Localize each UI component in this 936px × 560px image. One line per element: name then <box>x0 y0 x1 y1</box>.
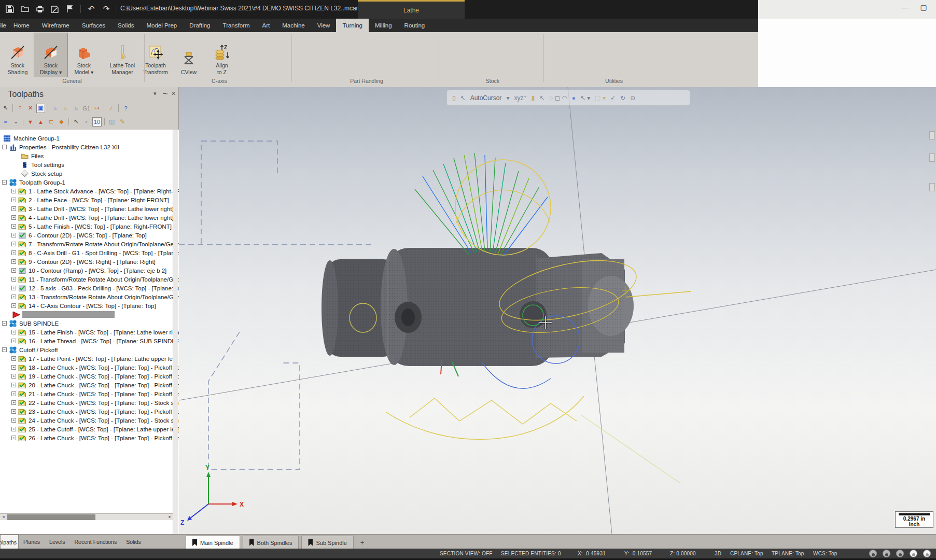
tree-row[interactable]: −Cutoff / Pickoff <box>2 345 58 354</box>
tab-transform[interactable]: Transform <box>217 19 256 32</box>
expand-icon[interactable]: + <box>11 409 16 414</box>
tree-row[interactable]: +7 - Transform/Rotate Rotate About Origi… <box>11 240 179 248</box>
panel-tab-solids[interactable]: Solids <box>121 535 146 549</box>
tree-row[interactable]: +13 - Transform/Rotate Rotate About Orig… <box>11 292 179 301</box>
expand-icon[interactable]: + <box>11 198 16 202</box>
tree-row[interactable]: +18 - Lathe Chuck - [WCS: Top] - [Tplane… <box>11 363 179 372</box>
expand-icon[interactable]: + <box>11 242 16 246</box>
tab-art[interactable]: Art <box>256 19 276 32</box>
expand-icon[interactable]: + <box>11 259 16 264</box>
scroll-left-icon[interactable]: ◂ <box>0 514 7 520</box>
autocursor-label[interactable]: AutoCursor <box>470 94 502 102</box>
expand-icon[interactable]: + <box>11 365 16 370</box>
expand-icon[interactable]: + <box>11 250 16 255</box>
tree-row[interactable]: +10 - Contour (Ramp) - [WCS: Top] - [Tpl… <box>11 266 166 275</box>
viewport-tab-main-spindle[interactable]: Main Spindle <box>186 536 240 549</box>
lock-icon[interactable]: ▯ <box>452 94 456 102</box>
cursor-icon[interactable]: ↖ <box>460 94 466 102</box>
tree-row[interactable]: Machine Group-1 <box>3 134 60 143</box>
expand-icon[interactable]: + <box>11 374 16 379</box>
collapse-all-icon[interactable]: ⌄ <box>11 117 20 127</box>
expand-icon[interactable]: + <box>11 339 16 343</box>
expand-icon[interactable]: + <box>11 295 16 299</box>
save-as-icon[interactable] <box>49 3 61 15</box>
expand-icon[interactable]: + <box>11 330 16 334</box>
toolpath-delete-icon[interactable]: ✕ <box>26 104 35 113</box>
regen-all-icon[interactable]: ≈ <box>51 104 60 113</box>
panel-tab-planes[interactable]: Planes <box>19 535 45 549</box>
open-icon[interactable] <box>19 3 31 15</box>
tree-row[interactable]: +9 - Contour (2D) - [WCS: Right] - [Tpla… <box>11 257 156 266</box>
single-display-icon[interactable]: ▫ <box>82 117 91 127</box>
scroll-insert-icon[interactable]: ◆ <box>57 117 66 127</box>
display-count[interactable]: 10 <box>92 117 102 127</box>
expand-icon[interactable]: + <box>11 427 16 431</box>
maximize-button[interactable]: ▢ <box>917 3 930 11</box>
cview-button[interactable]: CView <box>172 33 205 77</box>
toolpath-up-icon[interactable]: ⇡ <box>16 104 24 113</box>
tree-row[interactable]: Stock setup <box>21 169 62 178</box>
tab-view[interactable]: View <box>311 19 337 32</box>
tab-machine[interactable]: Machine <box>276 19 311 32</box>
panel-close-icon[interactable]: ✕ <box>171 90 176 97</box>
search-icon[interactable]: ⊙ <box>630 94 635 102</box>
dropdown-icon[interactable]: ▾ <box>506 94 509 102</box>
tree-row[interactable]: +21 - Lathe Chuck - [WCS: Top] - [Tplane… <box>11 389 179 398</box>
regen-selected-icon[interactable]: ≈ <box>72 104 80 113</box>
expand-icon[interactable]: + <box>11 400 16 405</box>
regen-dirty-icon[interactable]: ≈ <box>61 104 70 113</box>
tree-row[interactable]: Files <box>21 151 44 160</box>
tree-vertical-scrollbar[interactable] <box>173 130 178 558</box>
tab-milling[interactable]: Milling <box>369 19 398 32</box>
status-toggle-icon[interactable] <box>869 550 877 557</box>
status-field[interactable]: 3D <box>715 551 730 556</box>
expand-icon[interactable]: + <box>11 303 16 308</box>
expand-icon[interactable]: + <box>11 206 16 211</box>
select-ops-icon[interactable]: ▣ <box>36 104 45 113</box>
help-icon[interactable]: ? <box>121 104 130 113</box>
tree-row[interactable]: +5 - Lathe Finish - [WCS: Top] - [Tplane… <box>11 222 172 231</box>
edge-panel-button[interactable] <box>929 131 935 139</box>
filter-icon[interactable]: ≈ <box>1 117 10 127</box>
tree-row[interactable]: +16 - Lathe Thread - [WCS: Top] - [Tplan… <box>11 337 179 345</box>
status-field[interactable]: X: -0.45931 <box>578 551 624 556</box>
sphere-icon[interactable]: ● <box>572 94 576 102</box>
select-arrow-icon[interactable]: ↖ <box>1 104 10 113</box>
collapse-icon[interactable]: − <box>2 321 7 326</box>
tree-row[interactable]: +11 - Transform/Rotate Rotate About Orig… <box>11 275 179 284</box>
xyz-entry-icon[interactable]: xyz⁺ <box>514 94 526 102</box>
tab-solids[interactable]: Solids <box>111 19 140 32</box>
status-toggle-icon[interactable] <box>923 550 931 557</box>
move-up-icon[interactable]: ▲ <box>36 117 45 127</box>
tree-row[interactable]: +22 - Lathe Chuck - [WCS: Top] - [Tplane… <box>11 398 179 407</box>
expand-icon[interactable]: + <box>11 383 16 387</box>
print-icon[interactable] <box>34 3 46 15</box>
panel-tab-recent-functions[interactable]: Recent Functions <box>69 535 121 549</box>
tree-row[interactable]: +15 - Lathe Finish - [WCS: Top] - [Tplan… <box>11 328 179 337</box>
fastpoint-icon[interactable]: ▮ <box>532 94 535 102</box>
flag-icon[interactable] <box>64 3 76 15</box>
add-view-tab[interactable]: + <box>356 536 369 549</box>
tab-surfaces[interactable]: Surfaces <box>76 19 111 32</box>
part-model[interactable] <box>322 248 634 366</box>
select-dropdown-icon[interactable]: ↖ ▾ <box>580 94 590 102</box>
viewport-tab-both-spindles[interactable]: Both Spindles <box>243 536 299 549</box>
tree-row[interactable]: +14 - C-Axis Contour - [WCS: Top] - [Tpl… <box>11 301 156 310</box>
tab-routing[interactable]: Routing <box>398 19 431 32</box>
tree-horizontal-scrollbar[interactable]: ◂ ▸ <box>0 513 173 520</box>
edge-panel-button[interactable] <box>929 183 935 191</box>
tree-row[interactable]: −Properties - Postability Citizen L32 XI… <box>2 143 119 151</box>
tree-row[interactable]: +23 - Lathe Chuck - [WCS: Top] - [Tplane… <box>11 407 179 416</box>
tree-row[interactable]: +20 - Lathe Chuck - [WCS: Top] - [Tplane… <box>11 381 179 389</box>
expand-icon[interactable]: + <box>11 277 16 282</box>
panel-tab-toolpaths[interactable]: Toolpaths <box>0 535 19 549</box>
insert-position-marker[interactable] <box>12 310 115 319</box>
status-toggle-icon[interactable] <box>883 550 890 557</box>
window-select-icon[interactable]: ⬚ ▾ <box>595 94 606 102</box>
tree-row[interactable]: +1 - Lathe Stock Advance - [WCS: Top] - … <box>11 187 179 195</box>
edge-panel-button[interactable] <box>929 153 935 162</box>
expand-icon[interactable]: + <box>11 189 16 193</box>
expand-icon[interactable]: + <box>11 436 16 440</box>
expand-icon[interactable]: + <box>11 356 16 361</box>
tree-row[interactable]: +2 - Lathe Face - [WCS: Top] - [Tplane: … <box>11 195 169 204</box>
